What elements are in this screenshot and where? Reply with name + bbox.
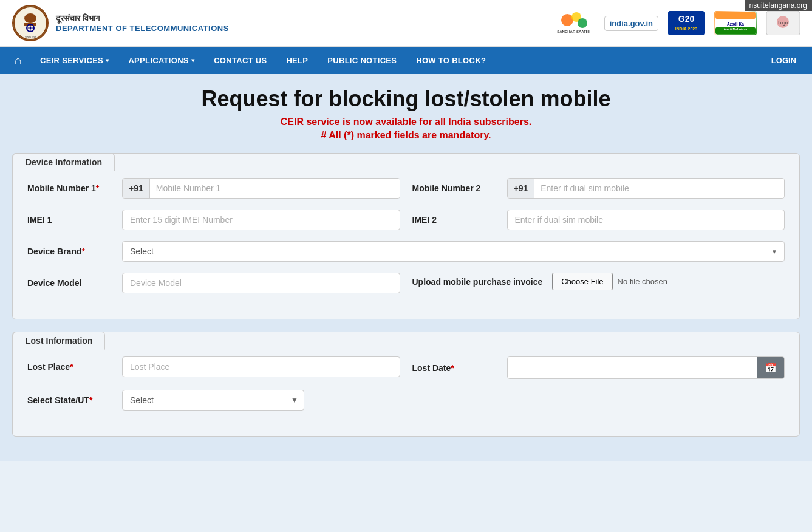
chevron-down-icon: ▾ bbox=[106, 57, 109, 64]
state-select-wrapper: Select ▼ bbox=[122, 390, 304, 411]
upload-invoice-label: Upload mobile purchase invoice bbox=[412, 277, 543, 287]
file-name-display: No file chosen bbox=[618, 277, 667, 286]
mobile1-prefix: +91 bbox=[123, 179, 150, 198]
imei1-input[interactable] bbox=[122, 210, 400, 230]
lost-date-group: Lost Date* 2023-05-18 12:46:12 📅 bbox=[412, 356, 785, 379]
device-model-label: Device Model bbox=[27, 278, 112, 288]
state-label: Select State/UT* bbox=[27, 395, 112, 405]
sanchar-saathi-logo: SANCHAR SAATHI bbox=[552, 7, 595, 40]
imei1-group: IMEI 1 bbox=[27, 210, 400, 230]
mobile2-input[interactable] bbox=[534, 179, 784, 198]
device-brand-select[interactable]: Select bbox=[122, 241, 785, 262]
nav-help[interactable]: Help bbox=[276, 47, 318, 74]
upload-invoice-group: Upload mobile purchase invoice Choose Fi… bbox=[412, 273, 785, 290]
model-upload-row: Device Model Upload mobile purchase invo… bbox=[27, 273, 785, 293]
device-section-title: Device Information bbox=[13, 153, 115, 171]
choose-file-button[interactable]: Choose File bbox=[552, 273, 612, 290]
device-info-section: Device Information Mobile Number 1* +91 bbox=[12, 153, 800, 319]
svg-point-10 bbox=[561, 14, 573, 26]
svg-text:Amrit Mahotsav: Amrit Mahotsav bbox=[724, 27, 748, 31]
lost-section-title: Lost Information bbox=[13, 332, 105, 350]
dept-name-hindi: दूरसंचार विभाग bbox=[56, 13, 229, 24]
svg-text:Azadi Ka: Azadi Ka bbox=[727, 22, 744, 26]
device-model-input[interactable] bbox=[122, 273, 400, 293]
lost-date-input[interactable]: 2023-05-18 12:46:12 bbox=[508, 357, 758, 378]
lost-place-label: Lost Place* bbox=[27, 362, 112, 372]
mobile1-input-group: +91 bbox=[122, 178, 400, 199]
state-row: Select State/UT* Select ▼ bbox=[27, 390, 785, 411]
imei2-input[interactable] bbox=[507, 210, 785, 230]
svg-rect-18 bbox=[715, 12, 756, 19]
nav-ceir-services[interactable]: CEIR Services ▾ bbox=[30, 47, 118, 74]
nav-contact-us[interactable]: Contact Us bbox=[204, 47, 276, 74]
imei2-group: IMEI 2 bbox=[412, 210, 785, 230]
lost-date-label: Lost Date* bbox=[412, 363, 497, 373]
state-select[interactable]: Select bbox=[122, 390, 304, 411]
svg-text:G20: G20 bbox=[678, 14, 695, 24]
device-brand-row: Device Brand* Select bbox=[27, 241, 785, 262]
nav-applications[interactable]: Applications ▾ bbox=[118, 47, 204, 74]
nav-how-to-block[interactable]: How to Block? bbox=[406, 47, 496, 74]
login-button[interactable]: Login bbox=[762, 56, 806, 65]
lost-place-input[interactable] bbox=[122, 356, 400, 377]
file-upload-group: Choose File No file chosen bbox=[552, 273, 667, 290]
svg-text:SANCHAR SAATHI: SANCHAR SAATHI bbox=[557, 30, 590, 33]
calendar-icon-button[interactable]: 📅 bbox=[757, 357, 784, 378]
mobile2-prefix: +91 bbox=[508, 179, 535, 198]
page-content: Request for blocking lost/stolen mobile … bbox=[0, 74, 812, 461]
chevron-down-icon: ▾ bbox=[191, 57, 194, 64]
svg-text:सत्यमेव जयते: सत्यमेव जयते bbox=[24, 35, 36, 38]
mobile1-input[interactable] bbox=[150, 179, 400, 198]
azadi-badge: Azadi Ka Amrit Mahotsav bbox=[714, 11, 757, 35]
mobile2-label: Mobile Number 2 bbox=[412, 183, 497, 193]
svg-text:Logo: Logo bbox=[778, 21, 788, 26]
mobile1-group: Mobile Number 1* +91 bbox=[27, 178, 400, 199]
mobile-numbers-row: Mobile Number 1* +91 Mobile Number 2 +91 bbox=[27, 178, 785, 199]
g20-badge: G20 INDIA 2023 bbox=[668, 11, 705, 35]
imei-row: IMEI 1 IMEI 2 bbox=[27, 210, 785, 230]
mobile2-input-group: +91 bbox=[507, 178, 785, 199]
lost-date-input-group: 2023-05-18 12:46:12 📅 bbox=[507, 356, 785, 379]
svg-text:INDIA 2023: INDIA 2023 bbox=[675, 27, 697, 31]
device-brand-label: Device Brand* bbox=[27, 247, 112, 256]
imei1-label: IMEI 1 bbox=[27, 215, 112, 225]
page-title: Request for blocking lost/stolen mobile bbox=[12, 86, 800, 112]
home-icon: ⌂ bbox=[15, 53, 22, 67]
extra-badge: Logo bbox=[766, 11, 800, 35]
mobile2-group: Mobile Number 2 +91 bbox=[412, 178, 785, 199]
site-label: nsuitelangana.org bbox=[745, 0, 812, 11]
government-emblem: सत्यमेव जयते bbox=[12, 5, 49, 41]
mandatory-notice: # All (*) marked fields are mandatory. bbox=[12, 130, 800, 141]
device-model-group: Device Model bbox=[27, 273, 400, 293]
india-gov-badge: india.gov.in bbox=[604, 16, 658, 31]
main-navbar: ⌂ CEIR Services ▾ Applications ▾ Contact… bbox=[0, 47, 812, 74]
dept-name-english: DEPARTMENT OF TELECOMMUNICATIONS bbox=[56, 24, 229, 33]
device-brand-select-wrapper: Select bbox=[122, 241, 785, 262]
imei2-label: IMEI 2 bbox=[412, 215, 497, 225]
lost-info-section: Lost Information Lost Place* Lost Date* bbox=[12, 332, 800, 437]
svg-point-12 bbox=[578, 18, 587, 28]
home-button[interactable]: ⌂ bbox=[6, 47, 30, 74]
calendar-icon: 📅 bbox=[765, 362, 777, 373]
ceir-notice: CEIR service is now available for all In… bbox=[12, 117, 800, 128]
site-header: सत्यमेव जयते दूरसंचार विभाग DEPARTMENT O… bbox=[0, 0, 812, 47]
mobile1-label: Mobile Number 1* bbox=[27, 183, 112, 193]
lost-place-date-row: Lost Place* Lost Date* 2023-05-18 12:46:… bbox=[27, 356, 785, 379]
svg-point-1 bbox=[24, 13, 36, 23]
nav-public-notices[interactable]: Public Notices bbox=[318, 47, 406, 74]
lost-place-group: Lost Place* bbox=[27, 356, 400, 377]
